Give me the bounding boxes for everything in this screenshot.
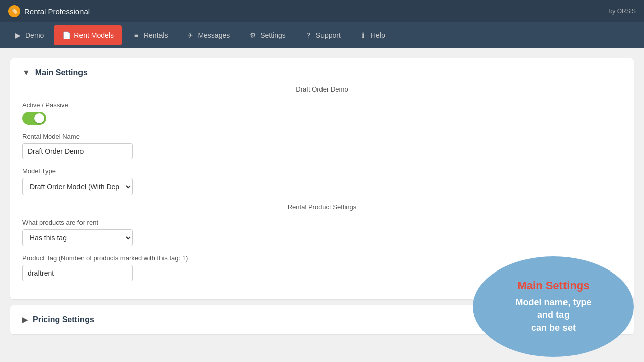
nav-item-help[interactable]: ℹ Help	[351, 25, 393, 45]
active-passive-toggle-container	[22, 112, 622, 125]
main-settings-title: Main Settings	[35, 68, 88, 77]
rental-product-divider: Rental Product Settings	[22, 203, 622, 211]
tooltip-title: Main Settings	[517, 279, 589, 292]
toggle-slider	[22, 112, 46, 125]
what-products-group: What products are for rent Has this tag …	[22, 219, 622, 246]
nav-item-rent-models[interactable]: 📄 Rent Models	[54, 25, 122, 45]
active-passive-label: Active / Passive	[22, 101, 622, 109]
product-tag-input[interactable]	[22, 265, 133, 281]
demo-icon: ▶	[13, 31, 22, 40]
logo-icon: 🏷️	[8, 5, 20, 17]
draft-order-divider: Draft Order Demo	[22, 85, 622, 93]
nav-label-help: Help	[371, 31, 385, 39]
nav-item-support[interactable]: ? Support	[296, 25, 349, 45]
main-settings-header[interactable]: ▼ Main Settings	[22, 68, 622, 77]
support-icon: ?	[304, 31, 313, 40]
active-passive-toggle[interactable]	[22, 112, 46, 125]
pricing-settings-title: Pricing Settings	[33, 315, 94, 324]
nav-label-demo: Demo	[25, 31, 44, 39]
rental-model-name-group: Rental Model Name	[22, 133, 622, 159]
nav-item-demo[interactable]: ▶ Demo	[5, 25, 52, 45]
what-products-select[interactable]: Has this tag All products No products	[22, 229, 133, 246]
nav-item-messages[interactable]: ✈ Messages	[178, 25, 238, 45]
what-products-label: What products are for rent	[22, 219, 622, 226]
active-passive-group: Active / Passive	[22, 101, 622, 125]
settings-icon: ⚙	[248, 31, 257, 40]
tooltip-bubble: Main Settings Model name, typeand tagcan…	[473, 256, 634, 350]
nav-item-rentals[interactable]: ≡ Rentals	[124, 25, 176, 45]
nav-label-rentals: Rentals	[144, 31, 168, 39]
model-type-select[interactable]: Draft Order Model (With Dep…	[22, 178, 133, 195]
model-type-group: Model Type Draft Order Model (With Dep…	[22, 167, 622, 195]
rental-model-name-input[interactable]	[22, 143, 133, 159]
top-bar: 🏷️ Rental Professional by ORSIS	[0, 0, 644, 22]
nav-label-support: Support	[316, 31, 341, 39]
nav-item-settings[interactable]: ⚙ Settings	[240, 25, 294, 45]
tooltip-body: Model name, typeand tagcan be set	[515, 296, 591, 334]
chevron-down-icon: ▼	[22, 68, 30, 77]
app-name: Rental Professional	[24, 7, 90, 16]
draft-order-label: Draft Order Demo	[290, 85, 354, 93]
nav-label-messages: Messages	[198, 31, 230, 39]
model-type-label: Model Type	[22, 167, 622, 175]
nav-bar: ▶ Demo 📄 Rent Models ≡ Rentals ✈ Message…	[0, 22, 644, 48]
rental-model-name-label: Rental Model Name	[22, 133, 622, 140]
help-icon: ℹ	[359, 31, 368, 40]
rent-models-icon: 📄	[62, 31, 71, 40]
by-orsis: by ORSIS	[609, 8, 636, 15]
rental-product-label: Rental Product Settings	[282, 203, 363, 211]
app-logo: 🏷️ Rental Professional	[8, 5, 90, 17]
nav-label-rent-models: Rent Models	[74, 31, 114, 39]
messages-icon: ✈	[186, 31, 195, 40]
chevron-right-icon: ▶	[22, 316, 28, 324]
nav-label-settings: Settings	[260, 31, 286, 39]
rentals-icon: ≡	[132, 31, 141, 40]
